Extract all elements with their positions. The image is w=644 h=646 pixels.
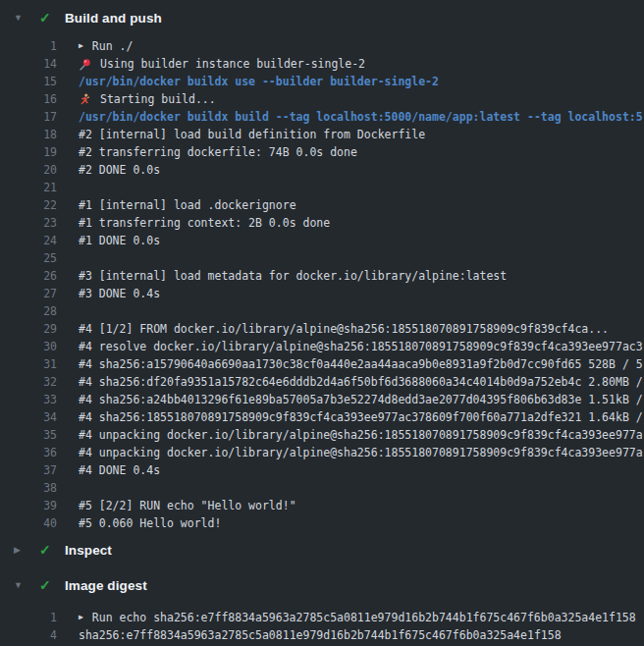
section-header-inspect[interactable]: ▶ ✓ Inspect (0, 532, 644, 567)
line-text: #2 DONE 0.0s (79, 163, 160, 177)
line-text-content: #4 unpacking docker.io/library/alpine@sh… (79, 428, 643, 442)
line-number[interactable]: 35 (0, 428, 57, 442)
line-number[interactable]: 22 (0, 198, 57, 212)
line-text-content: #5 [2/2] RUN echo "Hello world!" (79, 499, 296, 512)
log-line: 28 (0, 302, 644, 320)
log-line: 32#4 sha256:df20fa9351a15782c64e6dddb2d4… (0, 373, 644, 391)
line-text-content: #5 0.060 Hello world! (79, 516, 221, 530)
line-text: ▶Run echo sha256:e7ff8834a5963a2785c5a08… (79, 611, 636, 624)
line-text-content: Run echo sha256:e7ff8834a5963a2785c5a081… (92, 611, 636, 624)
line-text-content: #4 sha256:df20fa9351a15782c64e6dddb2d4a6… (79, 375, 643, 389)
line-number[interactable]: 21 (0, 181, 57, 194)
line-text: #1 [internal] load .dockerignore (79, 198, 296, 212)
section-header-image-digest[interactable]: ▼ ✓ Image digest (0, 567, 644, 603)
line-number[interactable]: 18 (0, 128, 57, 141)
section-header-build-and-push[interactable]: ▼ ✓ Build and push (0, 0, 644, 35)
line-number[interactable]: 23 (0, 216, 57, 230)
line-text-content: Run ./ (92, 39, 134, 53)
line-number[interactable]: 39 (0, 499, 57, 512)
line-text: #4 unpacking docker.io/library/alpine@sh… (79, 428, 643, 442)
line-number[interactable]: 20 (0, 163, 57, 177)
line-number[interactable]: 36 (0, 446, 57, 459)
section-image-digest: ▼ ✓ Image digest 1▶Run echo sha256:e7ff8… (0, 567, 644, 644)
log-line: 40#5 0.060 Hello world! (0, 514, 644, 532)
line-text: ▶Run ./ (79, 39, 133, 53)
line-text: #4 sha256:df20fa9351a15782c64e6dddb2d4a6… (79, 375, 643, 389)
section-title: Inspect (65, 543, 112, 558)
line-number[interactable]: 4 (0, 628, 57, 642)
runner-icon (79, 92, 92, 106)
line-text: #4 resolve docker.io/library/alpine@sha2… (79, 340, 643, 353)
line-text-content: /usr/bin/docker buildx use --builder bui… (79, 75, 439, 88)
line-text-content: #3 DONE 0.4s (79, 287, 160, 300)
line-number[interactable]: 15 (0, 75, 57, 88)
check-icon: ✓ (39, 578, 55, 592)
log-line: 36#4 unpacking docker.io/library/alpine@… (0, 444, 644, 461)
line-text-content: #2 [internal] load build definition from… (79, 128, 425, 141)
line-number[interactable]: 28 (0, 304, 57, 318)
line-number[interactable]: 17 (0, 110, 57, 124)
log-line: 38 (0, 479, 644, 497)
log-line: 30#4 resolve docker.io/library/alpine@sh… (0, 338, 644, 355)
section-body-image-digest: 1▶Run echo sha256:e7ff8834a5963a2785c5a0… (0, 603, 644, 644)
line-text-content: #3 [internal] load metadata for docker.i… (79, 269, 507, 283)
line-number[interactable]: 34 (0, 410, 57, 424)
line-number[interactable]: 40 (0, 516, 57, 530)
line-text-content: #2 transferring dockerfile: 74B 0.0s don… (79, 145, 357, 159)
line-number[interactable]: 24 (0, 234, 57, 247)
chevron-right-icon[interactable]: ▶ (14, 546, 26, 555)
line-text-content: #1 DONE 0.0s (79, 234, 160, 247)
line-number[interactable]: 26 (0, 269, 57, 283)
line-text-content: Using builder instance builder-single-2 (100, 57, 365, 71)
line-text-content: #1 [internal] load .dockerignore (79, 198, 296, 212)
line-number[interactable]: 37 (0, 463, 57, 477)
line-text-content: #4 sha256:a24bb4013296f61e89ba57005a7b3e… (79, 393, 643, 406)
line-text-content: #4 DONE 0.4s (79, 463, 160, 477)
log-line: 31#4 sha256:a15790640a6690aa1730c38cf0a4… (0, 355, 644, 373)
line-text: #4 sha256:185518070891758909c9f839cf4ca3… (79, 410, 643, 424)
line-text: #5 0.060 Hello world! (79, 516, 221, 530)
log-line: 35#4 unpacking docker.io/library/alpine@… (0, 426, 644, 444)
line-number[interactable]: 19 (0, 145, 57, 159)
line-text: Starting build... (79, 92, 216, 106)
expand-arrow-icon[interactable]: ▶ (79, 42, 83, 50)
log-line: 21 (0, 179, 644, 196)
log-line: 4sha256:e7ff8834a5963a2785c5a0811e979d16… (0, 626, 644, 644)
line-number[interactable]: 1 (0, 39, 57, 53)
line-text-content: #4 sha256:a15790640a6690aa1730c38cf0a440… (79, 357, 643, 371)
line-text: #1 DONE 0.0s (79, 234, 160, 247)
line-number[interactable]: 16 (0, 92, 57, 106)
line-number[interactable]: 27 (0, 287, 57, 300)
expand-arrow-icon[interactable]: ▶ (79, 614, 83, 621)
section-title: Image digest (65, 578, 147, 593)
log-line: 1▶Run ./ (0, 37, 644, 55)
line-text-content: #2 DONE 0.0s (79, 163, 160, 177)
log-line: 34#4 sha256:185518070891758909c9f839cf4c… (0, 408, 644, 426)
section-body-build-and-push: 1▶Run ./14Using builder instance builder… (0, 35, 644, 532)
line-number[interactable]: 25 (0, 251, 57, 265)
line-number[interactable]: 29 (0, 322, 57, 336)
pushpin-icon (79, 57, 92, 71)
line-text-content: #4 sha256:185518070891758909c9f839cf4ca3… (79, 410, 643, 424)
log-line: 37#4 DONE 0.4s (0, 461, 644, 479)
line-number[interactable]: 1 (0, 611, 57, 624)
line-number[interactable]: 14 (0, 57, 57, 71)
section-inspect: ▶ ✓ Inspect (0, 532, 644, 567)
line-number[interactable]: 33 (0, 393, 57, 406)
log-line: 18#2 [internal] load build definition fr… (0, 126, 644, 143)
log-line: 39#5 [2/2] RUN echo "Hello world!" (0, 497, 644, 514)
line-text: #5 [2/2] RUN echo "Hello world!" (79, 499, 296, 512)
check-icon: ✓ (39, 11, 55, 25)
line-number[interactable]: 30 (0, 340, 57, 353)
line-number[interactable]: 32 (0, 375, 57, 389)
chevron-down-icon[interactable]: ▼ (14, 14, 26, 23)
line-text: #4 unpacking docker.io/library/alpine@sh… (79, 446, 643, 459)
chevron-down-icon[interactable]: ▼ (14, 581, 26, 590)
line-text: #4 sha256:a24bb4013296f61e89ba57005a7b3e… (79, 393, 643, 406)
line-text-content: #4 resolve docker.io/library/alpine@sha2… (79, 340, 643, 353)
line-text-content: #4 unpacking docker.io/library/alpine@sh… (79, 446, 643, 459)
line-text: #1 transferring context: 2B 0.0s done (79, 216, 330, 230)
line-number[interactable]: 38 (0, 481, 57, 495)
log-line: 23#1 transferring context: 2B 0.0s done (0, 214, 644, 232)
line-number[interactable]: 31 (0, 357, 57, 371)
